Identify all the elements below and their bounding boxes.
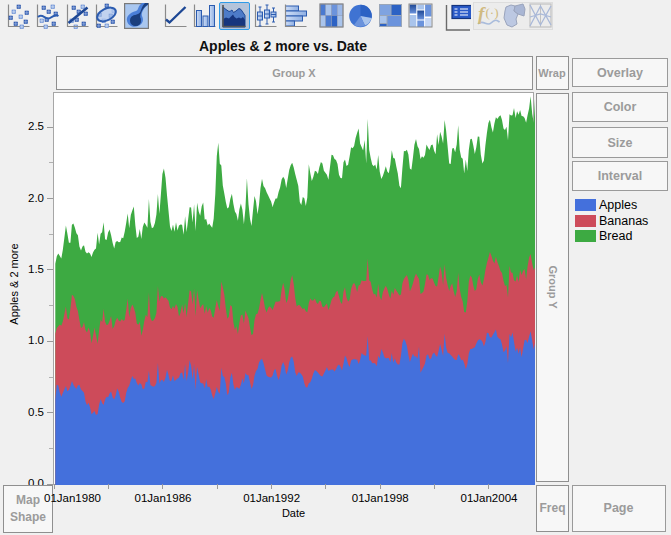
svg-text:(·): (·) [485, 5, 498, 20]
